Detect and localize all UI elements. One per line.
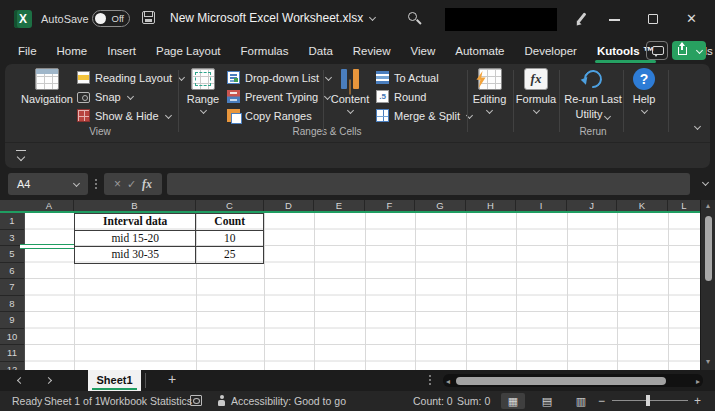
macro-record-icon[interactable] (190, 395, 202, 406)
tab-review[interactable]: Review (353, 45, 391, 57)
merge-split-button[interactable]: Merge & Split (376, 108, 472, 123)
previous-sheet-icon[interactable] (17, 377, 24, 384)
excel-logo-letter: X (19, 12, 27, 26)
horizontal-scrollbar[interactable]: ◂ ▸ (443, 374, 703, 387)
column-header-i[interactable]: I (516, 200, 567, 211)
autosave-toggle[interactable]: Off (92, 10, 130, 27)
row-header-6[interactable]: 6 (0, 263, 24, 280)
insert-function-icon[interactable]: fx (142, 177, 152, 192)
reading-layout-button[interactable]: Reading Layout (77, 70, 184, 85)
column-header-a[interactable]: A (25, 200, 74, 211)
vertical-scrollbar[interactable]: ▴ ▾ (700, 200, 715, 370)
column-header-g[interactable]: G (415, 200, 466, 211)
row-header-11[interactable]: 11 (0, 345, 24, 362)
accessibility-status[interactable]: Accessibility: Good to go (231, 395, 346, 407)
drag-handle-icon[interactable] (429, 375, 431, 377)
ribbon-options-chevron-icon[interactable] (16, 150, 26, 159)
tab-file[interactable]: File (18, 45, 37, 57)
enter-icon[interactable]: ✓ (127, 178, 136, 191)
column-header-e[interactable]: E (314, 200, 365, 211)
sheet-tab-sheet1[interactable]: Sheet1 (88, 370, 141, 391)
zoom-out-button[interactable]: − (598, 394, 605, 408)
cells-area[interactable]: Interval data Count mid 15-20 10 mid 30-… (25, 213, 700, 370)
normal-view-button[interactable]: ▦ (501, 393, 525, 409)
tab-page-layout[interactable]: Page Layout (156, 45, 221, 57)
scroll-right-icon[interactable]: ▸ (696, 377, 700, 386)
tab-developer[interactable]: Developer (524, 45, 576, 57)
page-break-view-button[interactable]: ▥ (569, 393, 593, 409)
tab-view[interactable]: View (411, 45, 436, 57)
editing-button[interactable]: Editing (467, 68, 512, 126)
navigation-button[interactable]: Navigation (18, 68, 76, 126)
row-header-7[interactable]: 7 (0, 279, 24, 296)
formula-button[interactable]: fx Formula (513, 68, 559, 126)
scroll-left-icon[interactable]: ◂ (446, 377, 450, 386)
excel-app-icon[interactable]: X (14, 10, 32, 28)
chevron-down-icon (73, 180, 80, 187)
column-header-l[interactable]: L (668, 200, 700, 211)
vertical-scroll-thumb[interactable] (705, 216, 712, 281)
minimize-button[interactable] (609, 19, 620, 21)
column-header-d[interactable]: D (264, 200, 314, 211)
range-button[interactable]: Range (180, 68, 226, 126)
comments-button[interactable] (646, 41, 668, 60)
row-header-10[interactable]: 10 (0, 329, 24, 346)
cell-b1[interactable]: Interval data (75, 214, 196, 231)
maximize-button[interactable] (648, 14, 658, 24)
horizontal-scroll-thumb[interactable] (456, 377, 666, 385)
dropdown-list-button[interactable]: Drop-down List (227, 70, 331, 85)
cell-b5[interactable]: mid 30-35 (75, 247, 196, 264)
content-button[interactable]: Content (325, 68, 375, 126)
zoom-slider-thumb[interactable] (646, 395, 650, 406)
row-header-12[interactable]: 12 (0, 362, 24, 371)
column-header-b[interactable]: B (74, 200, 196, 211)
column-header-c[interactable]: C (196, 200, 264, 211)
row-header-9[interactable]: 9 (0, 312, 24, 329)
search-icon[interactable] (408, 12, 417, 21)
workbook-statistics-button[interactable]: Workbook Statistics (100, 395, 192, 407)
help-button[interactable]: ? Help (623, 68, 665, 126)
rerun-last-utility-button[interactable]: Re-run Last Utility (560, 68, 626, 126)
row-header-1[interactable]: 1 (0, 213, 24, 230)
cancel-icon[interactable]: × (114, 177, 121, 191)
next-sheet-icon[interactable] (45, 377, 52, 384)
tab-insert[interactable]: Insert (107, 45, 136, 57)
drag-handle-icon[interactable] (95, 179, 97, 181)
copy-ranges-button[interactable]: Copy Ranges (227, 108, 312, 123)
close-button[interactable]: ✕ (686, 11, 697, 26)
prevent-typing-button[interactable]: Prevent Typing (227, 89, 330, 104)
scroll-down-icon[interactable]: ▾ (701, 357, 715, 366)
cell-c5[interactable]: 25 (196, 247, 264, 264)
column-header-h[interactable]: H (466, 200, 516, 211)
document-title[interactable]: New Microsoft Excel Worksheet.xlsx (170, 11, 375, 25)
ink-pen-icon[interactable] (574, 12, 588, 26)
scroll-up-icon[interactable]: ▴ (701, 201, 715, 210)
cell-b3[interactable]: mid 15-20 (75, 231, 196, 248)
round-button[interactable]: .5 Round (376, 89, 426, 104)
row-header-8[interactable]: 8 (0, 296, 24, 313)
tab-home[interactable]: Home (57, 45, 88, 57)
cell-c1[interactable]: Count (196, 214, 264, 231)
collapse-ribbon-icon[interactable] (694, 123, 701, 130)
zoom-in-button[interactable]: + (694, 394, 701, 408)
expand-formula-bar-icon[interactable] (702, 179, 709, 186)
to-actual-button[interactable]: To Actual (376, 70, 439, 85)
column-header-j[interactable]: J (567, 200, 617, 211)
cell-c3[interactable]: 10 (196, 231, 264, 248)
tab-data[interactable]: Data (309, 45, 333, 57)
show-hide-button[interactable]: Show & Hide (77, 108, 171, 123)
column-header-f[interactable]: F (365, 200, 415, 211)
snap-button[interactable]: Snap (77, 89, 133, 104)
share-button[interactable] (672, 41, 706, 60)
range-icon (191, 68, 215, 90)
name-box[interactable]: A4 (8, 173, 88, 195)
tab-automate[interactable]: Automate (455, 45, 504, 57)
tab-formulas[interactable]: Formulas (241, 45, 289, 57)
formula-input[interactable] (167, 173, 690, 195)
new-sheet-button[interactable]: + (168, 371, 176, 387)
page-layout-view-button[interactable]: ▤ (535, 393, 559, 409)
save-icon[interactable] (142, 11, 155, 24)
zoom-slider-track[interactable] (612, 400, 688, 401)
column-header-k[interactable]: K (617, 200, 668, 211)
kutools-ribbon: Navigation Reading Layout Snap Show & Hi… (5, 64, 710, 168)
